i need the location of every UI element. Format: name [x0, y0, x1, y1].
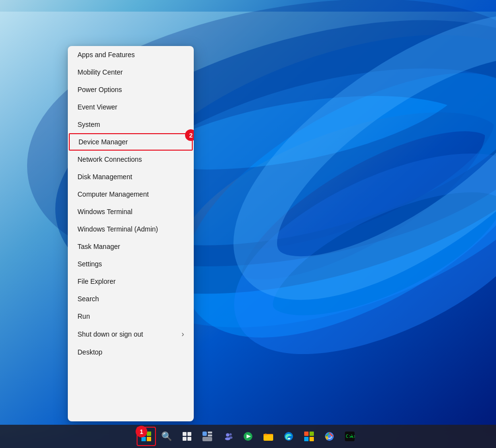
badge-2: 2: [185, 129, 194, 141]
svg-point-17: [230, 433, 232, 436]
menu-item-network-connections[interactable]: Network Connections: [68, 151, 194, 168]
media-player-icon: [243, 431, 253, 442]
svg-rect-26: [304, 437, 309, 441]
svg-rect-22: [264, 434, 267, 435]
media-player-button[interactable]: [238, 427, 258, 446]
menu-item-disk-management[interactable]: Disk Management: [68, 168, 194, 185]
menu-item-label-power-options: Power Options: [78, 86, 122, 93]
taskbar: 1 🔍: [0, 425, 496, 448]
menu-item-label-windows-terminal-admin: Windows Terminal (Admin): [78, 225, 158, 233]
menu-item-label-network-connections: Network Connections: [78, 155, 142, 163]
svg-rect-11: [202, 432, 207, 436]
menu-item-label-apps-features: Apps and Features: [78, 51, 135, 59]
widgets-icon: [202, 431, 213, 442]
widgets-button[interactable]: [198, 427, 217, 446]
store-button[interactable]: [299, 427, 319, 446]
file-explorer-button[interactable]: [259, 427, 278, 446]
menu-item-mobility-center[interactable]: Mobility Center: [68, 63, 194, 81]
menu-item-task-manager[interactable]: Task Manager: [68, 238, 194, 255]
svg-rect-24: [304, 432, 309, 436]
menu-item-shut-down-sign-out[interactable]: Shut down or sign out›: [68, 325, 194, 343]
menu-item-label-device-manager: Device Manager: [78, 138, 128, 146]
menu-item-run[interactable]: Run: [68, 308, 194, 325]
menu-item-label-event-viewer: Event Viewer: [78, 103, 117, 111]
menu-item-label-disk-management: Disk Management: [78, 173, 132, 181]
chrome-icon: [324, 431, 335, 442]
menu-item-label-mobility-center: Mobility Center: [78, 68, 123, 76]
menu-item-desktop[interactable]: Desktop: [68, 343, 194, 361]
chrome-button[interactable]: [320, 427, 339, 446]
menu-item-label-desktop: Desktop: [78, 348, 102, 356]
file-explorer-icon: [263, 431, 274, 442]
svg-rect-10: [187, 437, 191, 441]
svg-rect-9: [183, 437, 186, 441]
svg-rect-7: [183, 432, 186, 436]
svg-rect-8: [187, 432, 191, 436]
search-icon: 🔍: [161, 431, 172, 442]
menu-item-apps-features[interactable]: Apps and Features: [68, 46, 194, 63]
menu-item-label-task-manager: Task Manager: [78, 243, 120, 250]
menu-item-label-run: Run: [78, 312, 90, 320]
menu-item-system[interactable]: System: [68, 116, 194, 133]
menu-item-label-shut-down-sign-out: Shut down or sign out: [78, 330, 143, 338]
svg-rect-25: [310, 432, 314, 436]
search-taskbar-button[interactable]: 🔍: [157, 427, 176, 446]
menu-item-search[interactable]: Search: [68, 290, 194, 308]
svg-point-30: [328, 435, 331, 438]
menu-item-label-windows-terminal: Windows Terminal: [78, 208, 132, 216]
svg-rect-14: [202, 437, 212, 441]
menu-item-power-options[interactable]: Power Options: [68, 81, 194, 98]
menu-item-windows-terminal-admin[interactable]: Windows Terminal (Admin): [68, 220, 194, 238]
svg-point-18: [229, 436, 232, 439]
teams-icon: [222, 431, 233, 442]
edge-icon: [283, 431, 294, 442]
menu-item-computer-management[interactable]: Computer Management: [68, 185, 194, 203]
task-view-button[interactable]: [177, 427, 197, 446]
menu-item-windows-terminal[interactable]: Windows Terminal: [68, 203, 194, 220]
menu-item-file-explorer[interactable]: File Explorer: [68, 273, 194, 290]
menu-item-event-viewer[interactable]: Event Viewer: [68, 98, 194, 116]
taskbar-icons: 1 🔍: [137, 427, 359, 446]
task-view-icon: [182, 432, 192, 441]
store-icon: [304, 431, 314, 442]
svg-rect-13: [208, 434, 212, 436]
menu-item-label-search: Search: [78, 295, 99, 303]
context-menu: Apps and FeaturesMobility CenterPower Op…: [68, 46, 194, 421]
svg-rect-33: [350, 436, 353, 437]
terminal-icon: C:\>: [344, 431, 355, 442]
menu-item-label-system: System: [78, 121, 100, 128]
svg-point-15: [226, 433, 230, 437]
edge-button[interactable]: [279, 427, 298, 446]
menu-item-label-file-explorer: File Explorer: [78, 278, 116, 285]
start-button[interactable]: 1: [137, 427, 156, 446]
menu-item-settings[interactable]: Settings: [68, 255, 194, 273]
svg-rect-12: [208, 432, 212, 433]
teams-button[interactable]: [218, 427, 237, 446]
badge-1: 1: [136, 426, 147, 437]
menu-item-device-manager[interactable]: Device Manager2: [69, 133, 193, 151]
submenu-arrow-icon: ›: [182, 330, 184, 339]
menu-item-label-settings: Settings: [78, 260, 102, 268]
desktop: Apps and FeaturesMobility CenterPower Op…: [0, 0, 496, 448]
terminal-button[interactable]: C:\>: [340, 427, 359, 446]
svg-rect-27: [310, 437, 314, 441]
menu-item-label-computer-management: Computer Management: [78, 190, 149, 198]
